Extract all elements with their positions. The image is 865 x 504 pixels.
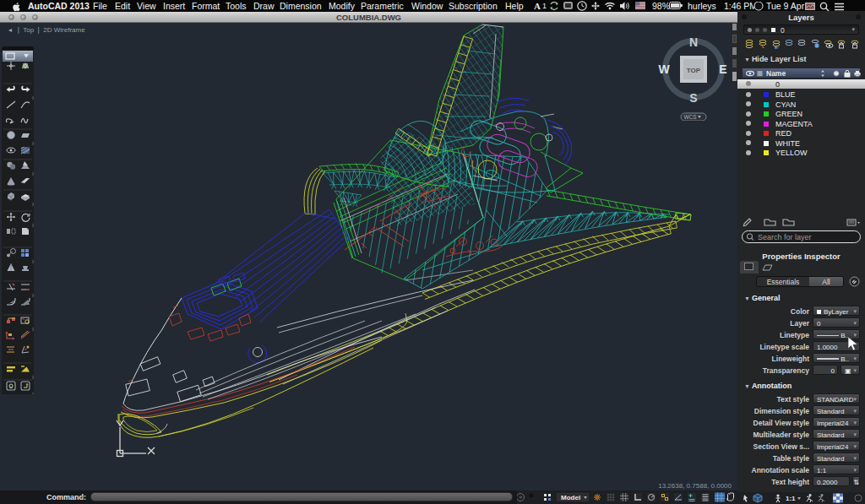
svg-text:W: W xyxy=(658,62,670,76)
svg-text:S: S xyxy=(689,91,697,105)
svg-text:Model: Model xyxy=(561,494,580,501)
svg-text:WCS: WCS xyxy=(683,114,697,120)
svg-text:N: N xyxy=(689,35,698,49)
svg-text:1: 1 xyxy=(542,2,547,10)
svg-text:TOP: TOP xyxy=(687,67,701,74)
svg-text:A: A xyxy=(534,1,541,11)
svg-text:E: E xyxy=(719,62,726,76)
svg-text:1:1: 1:1 xyxy=(786,495,796,502)
